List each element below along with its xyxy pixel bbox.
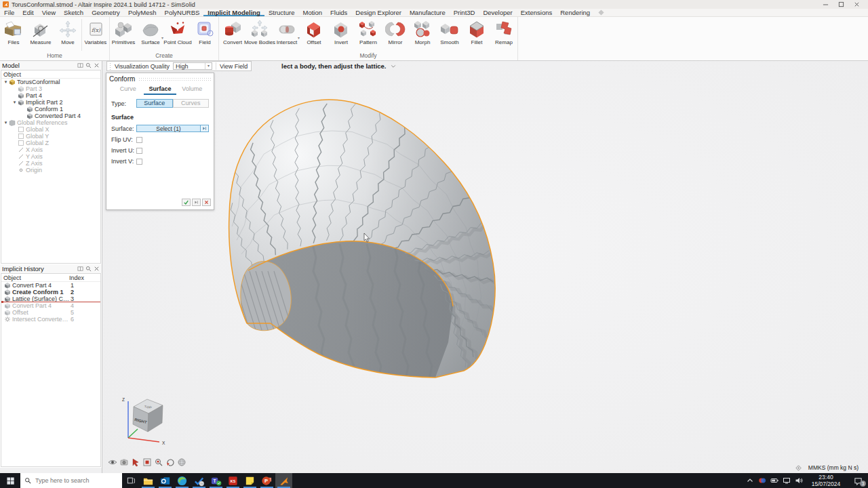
checkbox[interactable] [136,148,142,154]
ribbon-tool[interactable]: Fillet [463,19,490,51]
panel-dock-icon[interactable] [77,266,83,272]
conform-tab[interactable]: Curve [112,85,144,95]
menu-item[interactable]: Manufacture [406,9,450,16]
menu-item[interactable]: Developer [479,9,516,16]
menu-item[interactable]: Sketch [60,9,87,16]
close-button[interactable] [854,1,860,7]
checkbox[interactable] [136,137,142,143]
model-tree-item[interactable]: X Axis [1,146,100,153]
menu-item[interactable]: Fluids [326,9,351,16]
minimize-button[interactable] [823,1,829,7]
ribbon-tool[interactable]: Point Cloud [164,19,191,51]
history-row[interactable]: Intersect Converted Part 4 6 [1,316,100,323]
menu-item[interactable]: Rendering [556,9,594,16]
apply-button[interactable] [192,199,201,206]
history-position-marker[interactable] [1,302,100,302]
perspective-icon[interactable] [177,458,186,467]
battery-icon[interactable] [770,476,778,485]
ribbon-tool[interactable]: Mirror [382,19,409,51]
view-field-button[interactable]: View Field [220,63,248,70]
ribbon-tool[interactable]: Measure [27,19,54,51]
ribbon-tool[interactable]: f(x) Variables [81,19,109,51]
history-row[interactable]: Offset 5 [1,309,100,316]
panel-dock-icon[interactable] [77,62,83,68]
maximize-button[interactable] [838,1,844,7]
model-tree-item[interactable]: ▾ TorusConformal [1,79,100,85]
checkbox[interactable] [136,159,142,165]
select-view-icon[interactable] [131,458,140,467]
viewport-3d[interactable]: Z X TOP RIGHT Visualization Quality High… [102,61,868,473]
menu-overflow-icon[interactable] [598,9,604,16]
ribbon-tool[interactable]: Pattern [355,19,382,51]
model-tree-item[interactable]: Global Z [1,140,100,146]
antivirus-icon[interactable] [758,476,766,485]
close-icon[interactable] [94,266,100,272]
ribbon-tool[interactable]: Files [0,19,27,51]
conform-tab[interactable]: Volume [176,85,208,95]
action-center-button[interactable]: 3 [849,473,867,488]
menu-item[interactable]: Edit [18,9,37,16]
model-tree-item[interactable]: Conform 1 [1,106,100,113]
units-indicator[interactable]: MMKS (mm kg N s) [795,464,859,471]
search-icon[interactable] [85,62,92,68]
taskbar-app[interactable]: T [208,473,224,488]
taskbar-app[interactable]: KS [224,473,241,488]
zoom-icon[interactable] [154,458,163,467]
taskbar-app[interactable] [157,473,174,488]
taskbar-app[interactable] [275,473,292,488]
model-tree-item[interactable]: Z Axis [1,160,100,167]
tree-expander-icon[interactable]: ▾ [3,79,9,85]
menu-item[interactable]: File [0,9,18,16]
ribbon-tool[interactable]: Convert [219,19,246,51]
search-icon[interactable] [85,266,92,272]
view-cube[interactable]: Z X TOP RIGHT [122,397,165,445]
vis-quality-select[interactable]: High ▾ [173,62,212,70]
menu-item[interactable]: Extensions [517,9,556,16]
ribbon-tool[interactable]: Remap [490,19,517,51]
history-row[interactable]: Convert Part 4 4 [1,302,100,309]
task-view-button[interactable] [122,473,140,488]
menu-item[interactable]: Implicit Modeling [203,9,264,16]
history-row[interactable]: Create Conform 1 2 [1,289,100,296]
conform-tab[interactable]: Surface [144,85,176,95]
taskbar-app[interactable]: 15 [191,473,208,488]
model-tree-item[interactable]: Global Y [1,133,100,140]
ribbon-tool[interactable]: ▾ Surface [137,19,164,51]
chevron-down-icon[interactable] [391,64,396,69]
start-button[interactable] [0,473,20,488]
taskbar-app[interactable] [174,473,191,488]
clock[interactable]: 23:40 15/07/2024 [807,474,845,487]
search-input[interactable] [34,476,118,485]
menu-item[interactable]: Geometry [87,9,124,16]
network-icon[interactable] [783,476,791,485]
model-tree-item[interactable]: ▾ Implicit Part 2 [1,99,100,106]
volume-icon[interactable] [795,476,803,485]
ribbon-tool[interactable]: ▾ Intersect [273,19,300,51]
torus-lattice-body[interactable] [229,100,496,380]
menu-item[interactable]: Structure [264,9,299,16]
model-tree-item[interactable]: Origin [1,167,100,174]
ribbon-tool[interactable]: Invert [328,19,355,51]
chevron-up-icon[interactable] [746,476,754,485]
snapshot-icon[interactable] [119,458,129,467]
rotate-view-icon[interactable] [165,458,175,467]
surface-select[interactable]: Select (1) [136,125,209,132]
ribbon-tool[interactable]: Move Bodies [246,19,273,51]
model-tree-item[interactable]: Part 4 [1,92,100,99]
type-option-button[interactable]: Curves [173,99,210,108]
ribbon-tool[interactable]: Morph [409,19,436,51]
taskbar-app[interactable]: P [258,473,275,488]
dialog-drag-handle[interactable] [138,77,211,81]
model-tree-item[interactable]: ▾ Global References [1,119,100,126]
history-row[interactable]: Convert Part 4 1 [1,282,100,289]
model-tree-item[interactable]: Y Axis [1,153,100,160]
model-tree-item[interactable]: Global X [1,126,100,133]
menu-item[interactable]: Motion [298,9,326,16]
model-tree-item[interactable]: Part 3 [1,85,100,92]
menu-item[interactable]: PolyNURBS [161,9,204,16]
type-option-button[interactable]: Surface [136,99,173,108]
menu-item[interactable]: Print3D [450,9,479,16]
ok-button[interactable] [182,199,191,206]
taskbar-app[interactable] [241,473,258,488]
model-tree-item[interactable]: Converted Part 4 [1,113,100,119]
